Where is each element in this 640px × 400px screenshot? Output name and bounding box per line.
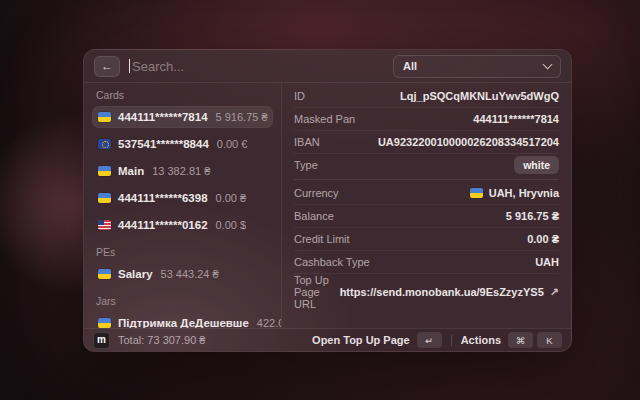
detail-row-id: ID Lqj_pSQCqMKNLuYwv5dWgQ bbox=[294, 85, 559, 108]
detail-row-currency: Currency UAH, Hryvnia bbox=[294, 182, 559, 205]
card-name: 444111******0162 bbox=[118, 219, 208, 231]
detail-label: Credit Limit bbox=[294, 233, 350, 245]
command-key-badge: ⌘ bbox=[508, 332, 533, 348]
detail-row-iban: IBAN UA923220010000026208334517204 bbox=[294, 131, 559, 154]
card-item[interactable]: 444111******6398 0.00 ₴ bbox=[92, 187, 273, 209]
detail-label: ID bbox=[294, 90, 305, 102]
card-name: 444111******7814 bbox=[118, 111, 208, 123]
monobank-logo: m bbox=[93, 332, 110, 349]
card-item-selected[interactable]: 444111******7814 5 916.75 ₴ bbox=[92, 106, 273, 128]
card-amount: 13 382.81 ₴ bbox=[152, 165, 210, 177]
detail-row-balance: Balance 5 916.75 ₴ bbox=[294, 205, 559, 228]
detail-row-masked-pan: Masked Pan 444111******7814 bbox=[294, 108, 559, 131]
detail-value: 5 916.75 ₴ bbox=[506, 210, 559, 222]
back-button[interactable]: ← bbox=[94, 56, 120, 77]
detail-label: Cashback Type bbox=[294, 256, 370, 268]
ukraine-flag-icon bbox=[98, 112, 111, 122]
ukraine-flag-icon bbox=[470, 188, 483, 198]
footer-bar: m Total: 73 307.90 ₴ Open Top Up Page ↵ … bbox=[84, 328, 571, 351]
detail-label: Top Up Page URL bbox=[294, 274, 340, 310]
card-item[interactable]: Main 13 382.81 ₴ bbox=[92, 160, 273, 182]
back-arrow-icon: ← bbox=[101, 60, 113, 72]
card-name: 444111******6398 bbox=[118, 192, 208, 204]
detail-label: Type bbox=[294, 159, 318, 171]
filter-dropdown[interactable]: All bbox=[393, 55, 561, 78]
command-palette: ← All Cards 444111******7814 5 916.75 ₴ … bbox=[83, 49, 572, 352]
actions-button[interactable]: Actions bbox=[461, 334, 501, 346]
detail-value: UAH, Hryvnia bbox=[489, 187, 559, 199]
footer-divider bbox=[451, 335, 452, 346]
section-title-cards: Cards bbox=[96, 88, 269, 102]
detail-label: Balance bbox=[294, 210, 334, 222]
open-top-up-page-button[interactable]: Open Top Up Page bbox=[312, 334, 410, 346]
pe-amount: 53 443.24 ₴ bbox=[161, 268, 219, 280]
eu-flag-icon bbox=[98, 139, 111, 149]
section-title-jars: Jars bbox=[96, 294, 269, 308]
card-amount: 0.00 € bbox=[217, 138, 248, 150]
detail-value: UAH bbox=[535, 256, 559, 268]
chevron-down-icon bbox=[543, 60, 553, 70]
detail-value: 0.00 ₴ bbox=[527, 233, 559, 245]
detail-row-cashback-type: Cashback Type UAH bbox=[294, 251, 559, 274]
detail-value: UA923220010000026208334517204 bbox=[378, 136, 559, 148]
app-background: { "icons": { "back": "←", "external_link… bbox=[0, 0, 640, 400]
card-item[interactable]: 444111******0162 0.00 $ bbox=[92, 214, 273, 236]
external-link-icon: ↗ bbox=[550, 286, 559, 299]
detail-label: Currency bbox=[294, 187, 339, 199]
ukraine-flag-icon bbox=[98, 166, 111, 176]
card-name: 537541******8844 bbox=[118, 138, 209, 150]
ukraine-flag-icon bbox=[98, 269, 111, 279]
k-key-badge: K bbox=[537, 332, 562, 348]
card-amount: 0.00 ₴ bbox=[216, 192, 247, 204]
jar-amount: 422.00 ₴ bbox=[257, 317, 282, 328]
details-pane: ID Lqj_pSQCqMKNLuYwv5dWgQ Masked Pan 444… bbox=[282, 83, 571, 328]
total-balance: Total: 73 307.90 ₴ bbox=[118, 334, 205, 346]
card-name: Main bbox=[118, 165, 144, 177]
detail-value: 444111******7814 bbox=[473, 113, 559, 125]
section-title-pes: PEs bbox=[96, 245, 269, 259]
accounts-list: Cards 444111******7814 5 916.75 ₴ 537541… bbox=[84, 83, 282, 328]
ukraine-flag-icon bbox=[98, 193, 111, 203]
detail-value: Lqj_pSQCqMKNLuYwv5dWgQ bbox=[400, 90, 559, 102]
search-bar: ← All bbox=[84, 50, 571, 83]
return-key-badge: ↵ bbox=[417, 332, 442, 348]
detail-row-top-up-url: Top Up Page URL https://send.monobank.ua… bbox=[294, 274, 559, 310]
pe-name: Salary bbox=[118, 268, 153, 280]
detail-label: Masked Pan bbox=[294, 113, 355, 125]
top-up-url-link[interactable]: https://send.monobank.ua/9EsZzyzYS5 bbox=[340, 286, 544, 298]
search-input[interactable] bbox=[130, 56, 393, 76]
ukraine-flag-icon bbox=[98, 318, 111, 328]
detail-row-credit-limit: Credit Limit 0.00 ₴ bbox=[294, 228, 559, 251]
filter-dropdown-label: All bbox=[403, 60, 417, 72]
jar-item[interactable]: Підтримка ДеДешевше 422.00 ₴ bbox=[92, 312, 273, 328]
pe-item[interactable]: Salary 53 443.24 ₴ bbox=[92, 263, 273, 285]
card-item[interactable]: 537541******8844 0.00 € bbox=[92, 133, 273, 155]
detail-row-type: Type white bbox=[294, 154, 559, 180]
type-badge: white bbox=[514, 156, 559, 174]
detail-label: IBAN bbox=[294, 136, 320, 148]
jar-name: Підтримка ДеДешевше bbox=[118, 317, 249, 328]
card-amount: 0.00 $ bbox=[216, 219, 247, 231]
usa-flag-icon bbox=[98, 220, 111, 230]
card-amount: 5 916.75 ₴ bbox=[216, 111, 268, 123]
